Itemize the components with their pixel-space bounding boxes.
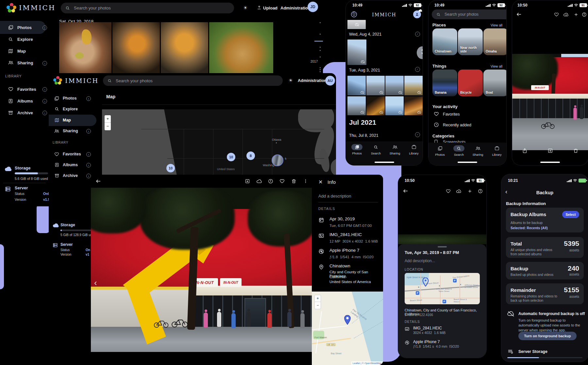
user-avatar[interactable]: JD [308,2,318,12]
photo-thumbnail[interactable] [366,76,385,95]
sidebar-item-albums[interactable]: Albums [54,159,78,170]
info-icon[interactable] [582,12,587,17]
info-icon[interactable] [268,179,273,184]
main-photo[interactable]: IN-N-OUT IN-N-OUT ‹ [91,188,312,352]
tab-sharing[interactable]: Sharing [469,145,486,156]
sidebar-item-favorites[interactable]: Favorites [8,84,36,95]
upload-icon[interactable] [257,5,261,10]
share-icon[interactable] [522,148,528,153]
sidebar-item-photos[interactable]: Photos [54,93,76,104]
description-input[interactable]: Add description... [405,259,435,263]
info-badge-icon[interactable] [86,129,91,134]
administration-link[interactable]: Administration [298,78,327,83]
select-group-checkbox[interactable] [415,132,420,137]
thing-card[interactable]: Banana [432,70,457,96]
main-photo[interactable]: IN-N-OUT [512,54,588,150]
cloud-upload-icon[interactable] [456,189,462,193]
sidebar-item-favorites[interactable]: Favorites [54,149,81,160]
activity-favorites[interactable]: Favorites [443,112,460,117]
photo-thumbnail[interactable] [366,96,385,115]
map-zoom-control[interactable]: + − [105,115,111,130]
sidebar-item-explore[interactable]: Explore [8,34,33,45]
more-kebab-icon[interactable] [303,179,308,184]
info-badge-icon[interactable] [42,111,47,115]
photo-thumbnail[interactable] [161,22,208,73]
sidebar-item-map[interactable]: Map [8,45,26,56]
info-badge-icon[interactable] [86,96,91,101]
tab-library[interactable]: Library [488,145,505,156]
things-view-all-link[interactable]: View all [491,64,502,68]
info-icon[interactable] [478,189,483,194]
description-input[interactable]: Add a description [318,194,351,198]
photo-thumbnail[interactable] [347,96,366,115]
photo-thumbnail[interactable] [385,76,404,95]
photo-strip[interactable] [398,234,486,244]
sidebar-item-archive[interactable]: Archive [8,107,33,118]
photo-thumbnail[interactable] [404,76,423,95]
user-avatar[interactable]: AU [325,76,335,86]
zoom-out-button[interactable]: − [105,123,111,130]
back-arrow-icon[interactable] [95,178,101,184]
back-arrow-icon[interactable] [403,188,409,194]
tab-search[interactable]: Search [450,145,467,156]
sidebar-item-explore[interactable]: Explore [54,103,78,115]
photo-thumbnail[interactable] [347,20,366,29]
info-badge-icon[interactable] [42,99,47,103]
download-icon[interactable] [245,179,250,184]
home-indicator[interactable] [458,162,477,163]
place-card[interactable]: Near north side [458,28,483,55]
select-button[interactable]: Select [562,211,579,218]
photo-thumbnail[interactable] [385,96,404,115]
upload-button[interactable]: Upload [263,6,277,10]
info-minimap[interactable]: Fort Mason US 101 Bay Street Pier 33 Alc… [312,292,383,365]
sidebar-item-sharing[interactable]: Sharing [8,57,33,68]
tab-photos[interactable]: Photos [348,144,365,155]
photo-thumbnail[interactable] [347,76,366,95]
sidebar-item-sharing[interactable]: Sharing [54,125,78,136]
info-badge-icon[interactable] [42,25,47,30]
minimap-zoom-control[interactable]: + − [314,295,321,309]
photo-thumbnail[interactable] [209,22,273,73]
favorite-heart-icon[interactable] [554,12,559,17]
info-badge-icon[interactable] [86,174,91,178]
thing-card[interactable]: Bicycle [458,70,483,96]
tab-sharing[interactable]: Sharing [386,144,403,155]
theme-toggle-sun-icon[interactable]: ☀ [289,78,293,83]
photo-thumbnail[interactable] [112,22,160,73]
place-card[interactable]: Omaha [483,28,507,55]
plus-icon[interactable] [574,12,579,17]
tab-library[interactable]: Library [405,144,422,155]
select-group-checkbox[interactable] [415,32,420,37]
prev-photo-chevron[interactable]: ‹ [94,278,97,288]
select-group-checkbox[interactable] [415,67,420,72]
plus-icon[interactable] [467,189,472,194]
cloud-upload-icon[interactable] [563,12,569,17]
tab-photos[interactable]: Photos [431,145,448,156]
photo-thumbnail[interactable] [347,40,366,65]
sheet-drag-handle[interactable] [438,246,447,247]
zoom-out-button[interactable]: − [315,302,321,309]
thing-card[interactable]: Boat [483,70,507,96]
info-badge-icon[interactable] [42,87,47,92]
map-cluster-marker[interactable]: 10 [227,153,235,161]
asset-place-line[interactable]: United States of America [329,280,371,284]
activity-recently-added[interactable]: Recently added [443,123,471,127]
zoom-in-button[interactable]: + [315,295,321,302]
search-bar[interactable] [103,75,283,86]
search-input[interactable] [73,5,222,11]
search-bar[interactable] [432,9,507,19]
search-input[interactable] [115,78,270,84]
map-photo-marker[interactable] [272,154,283,166]
foreground-backup-button[interactable]: Turn on foreground backup [518,332,577,340]
home-indicator[interactable] [540,162,560,163]
timeline-drag-handle[interactable]: ▲▼ [417,46,423,59]
info-badge-icon[interactable] [86,163,91,167]
back-arrow-icon[interactable] [516,11,522,17]
sidebar-item-map[interactable]: Map [54,115,71,126]
zoom-in-button[interactable]: + [105,115,111,123]
archive-download-icon[interactable] [547,148,553,153]
search-bar[interactable] [61,3,234,13]
search-input[interactable] [444,12,507,17]
theme-toggle-sun-icon[interactable]: ☀ [243,5,247,11]
map-cluster-marker[interactable]: 8 [246,151,255,160]
